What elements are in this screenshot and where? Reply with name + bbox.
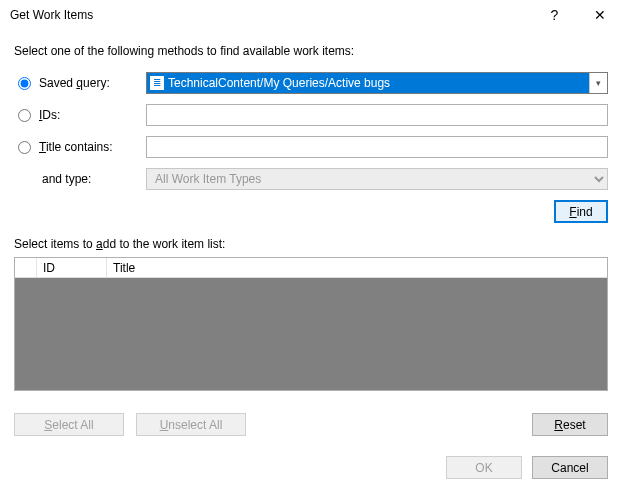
window-title: Get Work Items: [10, 8, 532, 22]
help-button[interactable]: ?: [532, 0, 577, 30]
col-header-id[interactable]: ID: [37, 258, 107, 277]
results-grid[interactable]: ID Title: [14, 257, 608, 391]
find-button[interactable]: Find: [554, 200, 608, 223]
close-button[interactable]: ✕: [577, 0, 622, 30]
select-items-label: Select items to add to the work item lis…: [14, 237, 608, 251]
close-icon: ✕: [594, 7, 606, 23]
dialog-body: Select one of the following methods to f…: [0, 30, 622, 456]
row-saved-query: Saved query: ≣ TechnicalContent/My Queri…: [14, 72, 608, 94]
radio-ids[interactable]: IDs:: [14, 108, 146, 122]
type-label: and type:: [14, 172, 146, 186]
chevron-down-icon[interactable]: ▾: [589, 73, 607, 93]
row-title-contains: Title contains:: [14, 136, 608, 158]
query-icon: ≣: [150, 76, 164, 90]
row-ids: IDs:: [14, 104, 608, 126]
grid-header: ID Title: [15, 258, 607, 278]
radio-ids-input[interactable]: [18, 109, 31, 122]
radio-saved-query[interactable]: Saved query:: [14, 76, 146, 90]
ids-input[interactable]: [146, 104, 608, 126]
radio-saved-query-input[interactable]: [18, 77, 31, 90]
radio-saved-query-label: Saved query:: [39, 76, 110, 90]
unselect-all-button: Unselect All: [136, 413, 246, 436]
select-all-button: Select All: [14, 413, 124, 436]
col-header-selector[interactable]: [15, 258, 37, 277]
help-icon: ?: [551, 7, 559, 23]
saved-query-selected: ≣ TechnicalContent/My Queries/Active bug…: [147, 73, 589, 93]
radio-ids-label: IDs:: [39, 108, 60, 122]
find-row: Find: [14, 200, 608, 223]
grid-body: [15, 278, 607, 390]
radio-title-contains[interactable]: Title contains:: [14, 140, 146, 154]
ok-button: OK: [446, 456, 522, 479]
radio-title-contains-input[interactable]: [18, 141, 31, 154]
reset-button[interactable]: Reset: [532, 413, 608, 436]
type-select: All Work Item Types: [146, 168, 608, 190]
titlebar: Get Work Items ? ✕: [0, 0, 622, 30]
saved-query-value: TechnicalContent/My Queries/Active bugs: [168, 76, 390, 90]
radio-title-contains-label: Title contains:: [39, 140, 113, 154]
instruction-text: Select one of the following methods to f…: [14, 44, 608, 58]
footer: OK Cancel: [0, 456, 622, 489]
cancel-button[interactable]: Cancel: [532, 456, 608, 479]
col-header-title[interactable]: Title: [107, 258, 607, 277]
title-contains-input[interactable]: [146, 136, 608, 158]
saved-query-combo[interactable]: ≣ TechnicalContent/My Queries/Active bug…: [146, 72, 608, 94]
under-grid-row: Select All Unselect All Reset: [14, 413, 608, 436]
row-type: and type: All Work Item Types: [14, 168, 608, 190]
